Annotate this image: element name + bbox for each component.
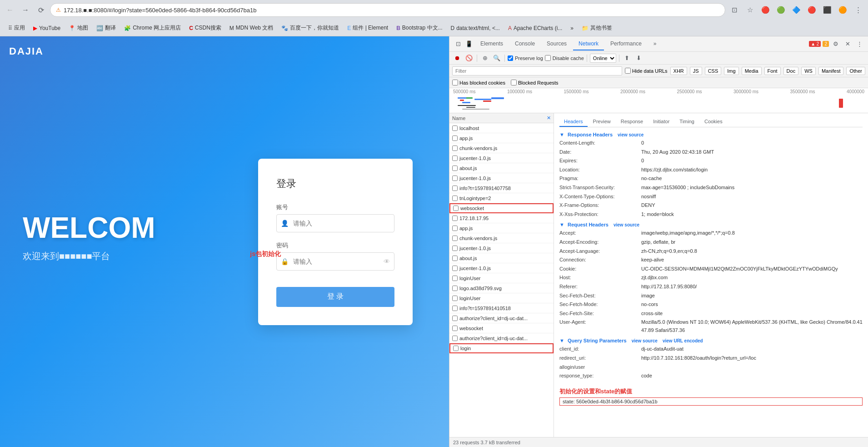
- cast-icon[interactable]: ⊡: [728, 4, 741, 16]
- avatar-icon[interactable]: 🟠: [836, 4, 849, 16]
- req-checkbox[interactable]: [452, 326, 458, 331]
- close-details-icon[interactable]: ✕: [547, 115, 551, 121]
- has-blocked-cookies-checkbox[interactable]: [452, 80, 458, 85]
- bookmark-youtube[interactable]: ▶ YouTube: [30, 23, 64, 33]
- extension2-icon[interactable]: 🟢: [774, 4, 787, 16]
- filter-icon[interactable]: ⊕: [480, 53, 490, 63]
- password-input[interactable]: [276, 252, 394, 271]
- preserve-log-label[interactable]: Preserve log: [508, 55, 543, 61]
- query-view-url-encoded[interactable]: view URL encoded: [663, 338, 703, 343]
- blocked-requests-label[interactable]: Blocked Requests: [511, 80, 559, 85]
- req-jucenter2[interactable]: jucenter-1.0.js: [449, 173, 554, 183]
- req-chunk-vendors[interactable]: chunk-vendors.js: [449, 143, 554, 153]
- bookmark-mdn[interactable]: M MDN Web 文档: [226, 22, 277, 34]
- req-authorize1[interactable]: authorize?client_id=dj-uc-dat...: [449, 313, 554, 323]
- req-jucenter4[interactable]: jucenter-1.0.js: [449, 263, 554, 273]
- doc-filter-btn[interactable]: Doc: [783, 67, 799, 75]
- req-about2[interactable]: about.js: [449, 253, 554, 263]
- tab-performance[interactable]: Performance: [605, 38, 647, 50]
- req-checkbox[interactable]: [452, 146, 458, 151]
- req-checkbox[interactable]: [452, 166, 458, 171]
- search-icon[interactable]: 🔍: [492, 53, 502, 63]
- req-checkbox[interactable]: [452, 266, 458, 271]
- req-checkbox[interactable]: [452, 226, 458, 231]
- menu-icon[interactable]: ⋮: [852, 4, 864, 16]
- reload-button[interactable]: ⟳: [35, 4, 47, 16]
- address-bar[interactable]: ⚠ 172.18.■.■:8080/#/login?state=560e0ded…: [50, 3, 725, 17]
- filter-input[interactable]: [452, 66, 622, 75]
- media-filter-btn[interactable]: Media: [742, 67, 762, 75]
- import-button[interactable]: ⬆: [622, 53, 632, 63]
- req-localhost[interactable]: localhost: [449, 123, 554, 133]
- devtools-device-icon[interactable]: 📱: [464, 39, 474, 49]
- req-checkbox[interactable]: [452, 296, 458, 301]
- detail-tab-headers[interactable]: Headers: [559, 117, 588, 127]
- detail-tab-response[interactable]: Response: [616, 117, 648, 127]
- bookmark-maps[interactable]: 📍 地图: [65, 22, 92, 34]
- bookmark-baidu[interactable]: 🐾 百度一下，你就知道: [278, 22, 343, 34]
- bookmark-datatext[interactable]: D data:text/html, <...: [447, 23, 504, 33]
- export-button[interactable]: ⬇: [634, 53, 644, 63]
- tab-network[interactable]: Network: [573, 38, 604, 50]
- username-input[interactable]: [276, 214, 394, 232]
- tab-console[interactable]: Console: [509, 38, 540, 50]
- detail-tab-cookies[interactable]: Cookies: [700, 117, 727, 127]
- font-filter-btn[interactable]: Font: [764, 67, 781, 75]
- img-filter-btn[interactable]: Img: [724, 67, 738, 75]
- req-checkbox[interactable]: [453, 206, 459, 211]
- req-checkbox[interactable]: [452, 126, 458, 131]
- req-checkbox[interactable]: [452, 246, 458, 251]
- req-jucenter3[interactable]: jucenter-1.0.js: [449, 243, 554, 253]
- req-checkbox[interactable]: [452, 156, 458, 161]
- bookmark-icon[interactable]: ☆: [743, 4, 756, 16]
- req-app2[interactable]: app.js: [449, 223, 554, 233]
- hide-data-urls-label[interactable]: Hide data URLs: [625, 68, 668, 74]
- req-checkbox[interactable]: [452, 306, 458, 311]
- login-button[interactable]: 登 录: [276, 287, 394, 307]
- req-checkbox[interactable]: [452, 196, 458, 201]
- req-authorize2[interactable]: authorize?client_id=dj-uc-dat...: [449, 333, 554, 343]
- query-view-source[interactable]: view source: [632, 338, 658, 343]
- bookmark-element[interactable]: E 组件 | Element: [344, 22, 392, 34]
- detail-tab-initiator[interactable]: Initiator: [649, 117, 674, 127]
- request-view-source[interactable]: view source: [614, 222, 639, 227]
- req-websocket1[interactable]: websocket: [449, 203, 554, 213]
- response-headers-title[interactable]: ▼ Response Headers view source: [559, 132, 863, 137]
- req-checkbox[interactable]: [452, 136, 458, 141]
- req-info2[interactable]: info?t=1597891410518: [449, 303, 554, 313]
- req-websocket2[interactable]: websocket: [449, 323, 554, 333]
- req-checkbox[interactable]: [452, 176, 458, 181]
- ws-filter-btn[interactable]: WS: [801, 67, 816, 75]
- blocked-requests-checkbox[interactable]: [511, 80, 517, 85]
- other-filter-btn[interactable]: Other: [846, 67, 865, 75]
- devtools-more-icon[interactable]: ⋮: [854, 39, 864, 49]
- req-appjs[interactable]: app.js: [449, 133, 554, 143]
- back-button[interactable]: ←: [4, 4, 16, 16]
- throttle-select[interactable]: Online: [590, 54, 616, 63]
- req-checkbox[interactable]: [452, 336, 458, 341]
- req-checkbox[interactable]: [452, 236, 458, 241]
- bookmark-csdn[interactable]: C CSDN搜索: [185, 22, 225, 34]
- extension1-icon[interactable]: 🔴: [759, 4, 772, 16]
- devtools-inspect-icon[interactable]: ⊡: [453, 39, 463, 49]
- tab-elements[interactable]: Elements: [475, 38, 509, 50]
- bookmark-more[interactable]: »: [567, 23, 577, 33]
- req-logo[interactable]: logo.ad38d799.svg: [449, 283, 554, 293]
- extension5-icon[interactable]: ⬛: [821, 4, 833, 16]
- req-about[interactable]: about.js: [449, 163, 554, 173]
- req-jucenter1[interactable]: jucenter-1.0.js: [449, 153, 554, 163]
- bookmark-echarts[interactable]: A Apache ECharts (i...: [504, 23, 566, 33]
- bookmark-others[interactable]: 📁 其他书签: [578, 22, 616, 34]
- eye-icon[interactable]: 👁: [384, 258, 390, 265]
- forward-button[interactable]: →: [19, 4, 32, 16]
- req-login[interactable]: login: [449, 343, 554, 353]
- req-checkbox[interactable]: [452, 316, 458, 321]
- response-view-source[interactable]: view source: [618, 132, 644, 137]
- req-tnlogin[interactable]: tnLogintype=2: [449, 193, 554, 203]
- req-checkbox[interactable]: [452, 276, 458, 281]
- req-checkbox[interactable]: [452, 286, 458, 291]
- req-checkbox[interactable]: [452, 256, 458, 261]
- req-info1[interactable]: info?t=1597891407758: [449, 183, 554, 193]
- bookmark-translate[interactable]: 🔤 翻译: [93, 22, 120, 34]
- disable-cache-checkbox[interactable]: [545, 55, 551, 61]
